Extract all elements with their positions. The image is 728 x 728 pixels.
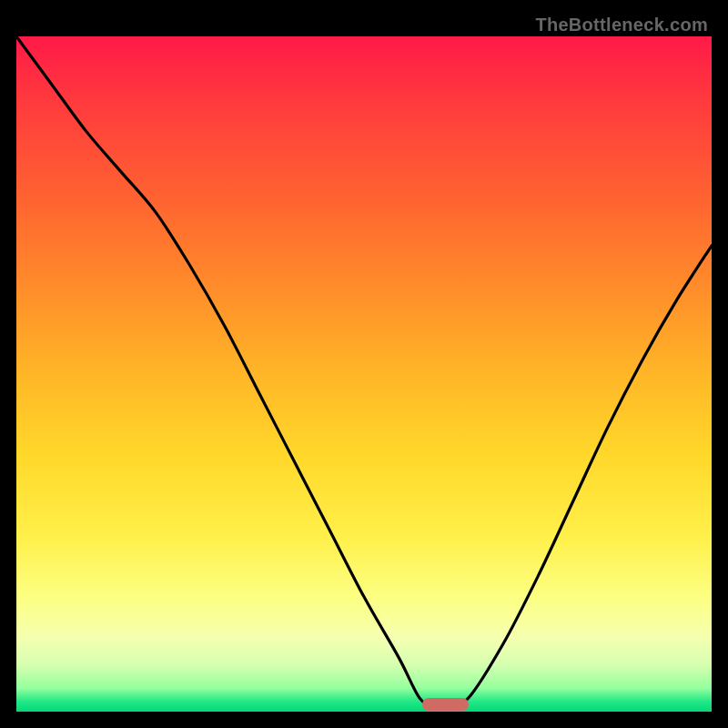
plot-area xyxy=(16,36,712,712)
watermark-text: TheBottleneck.com xyxy=(535,15,708,35)
optimal-range-marker xyxy=(422,698,468,711)
chart-frame: TheBottleneck.com xyxy=(16,16,712,712)
bottleneck-curve xyxy=(16,36,712,712)
